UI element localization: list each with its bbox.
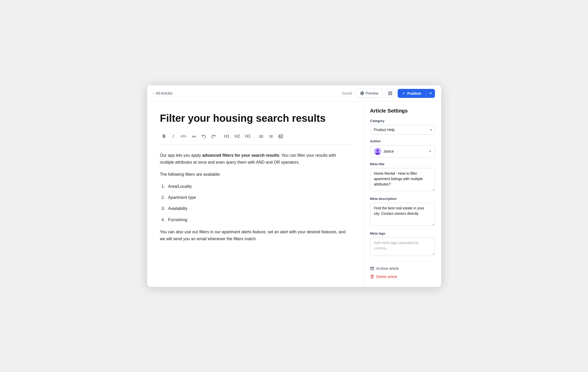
svg-rect-26 bbox=[370, 267, 374, 268]
expand-icon bbox=[388, 91, 392, 95]
category-select[interactable]: Product Help Getting Started FAQ Trouble… bbox=[370, 125, 435, 135]
meta-tags-input[interactable] bbox=[370, 237, 435, 255]
author-select[interactable]: Janice ▾ bbox=[370, 145, 435, 157]
sidebar-title: Article Settings bbox=[370, 108, 435, 114]
undo-button[interactable] bbox=[199, 133, 208, 140]
archive-icon bbox=[370, 266, 374, 271]
link-button[interactable] bbox=[190, 133, 198, 140]
svg-rect-8 bbox=[391, 94, 392, 95]
image-button[interactable] bbox=[276, 133, 285, 140]
top-bar: ‹ All Articles Saved Preview bbox=[147, 85, 441, 102]
article-paragraph-1: Our app lets you apply advanced filters … bbox=[160, 152, 351, 166]
meta-description-label: Meta description bbox=[370, 197, 435, 201]
article-paragraph-2: The following filters are available: bbox=[160, 171, 351, 178]
h2-button[interactable]: H2 bbox=[233, 133, 242, 140]
publish-button[interactable]: ✓ Publish bbox=[398, 89, 426, 98]
bullet-list-icon bbox=[259, 134, 263, 138]
code-button[interactable]: </> bbox=[179, 133, 189, 140]
publish-button-label: Publish bbox=[407, 91, 421, 96]
paragraph-1-start: Our app lets you apply bbox=[160, 153, 202, 157]
sidebar: Article Settings Category Product Help G… bbox=[364, 102, 441, 287]
publish-dropdown-button[interactable] bbox=[426, 89, 435, 98]
list-item: Furnishing bbox=[166, 216, 351, 223]
list-item: Apartment type bbox=[166, 194, 351, 201]
italic-button[interactable]: I bbox=[169, 133, 177, 140]
bullet-list-button[interactable] bbox=[257, 133, 265, 140]
redo-button[interactable] bbox=[209, 133, 218, 140]
svg-rect-7 bbox=[389, 94, 390, 95]
editor-toolbar: B I </> bbox=[160, 133, 351, 145]
author-name: Janice bbox=[384, 149, 394, 153]
svg-point-24 bbox=[376, 149, 379, 152]
article-paragraph-3: You can also use our filters in our apar… bbox=[160, 228, 351, 242]
author-chevron-icon: ▾ bbox=[429, 149, 431, 153]
meta-tags-label: Meta tags bbox=[370, 231, 435, 235]
article-list: Area/Locality Apartment type Availabilit… bbox=[160, 183, 351, 223]
author-label: Author bbox=[370, 139, 435, 143]
chevron-left-icon: ‹ bbox=[153, 91, 154, 95]
trash-icon bbox=[370, 275, 374, 279]
meta-description-section: Meta description bbox=[370, 197, 435, 227]
category-section: Category Product Help Getting Started FA… bbox=[370, 119, 435, 135]
link-icon bbox=[192, 135, 196, 138]
delete-button[interactable]: Delete article bbox=[370, 273, 435, 281]
meta-tags-section: Meta tags bbox=[370, 231, 435, 256]
list-item: Area/Locality bbox=[166, 183, 351, 190]
meta-title-label: Meta title bbox=[370, 162, 435, 166]
category-label: Category bbox=[370, 119, 435, 123]
image-icon bbox=[278, 134, 283, 138]
top-bar-right: Saved Preview bbox=[342, 89, 435, 98]
list-item: Availability bbox=[166, 205, 351, 212]
archive-button[interactable]: Archive article bbox=[370, 264, 435, 273]
meta-description-input[interactable] bbox=[370, 203, 435, 226]
redo-icon bbox=[211, 134, 216, 138]
toolbar-separator-2 bbox=[254, 134, 255, 139]
svg-point-13 bbox=[259, 136, 260, 136]
svg-rect-5 bbox=[389, 92, 390, 93]
publish-group: ✓ Publish bbox=[398, 89, 435, 98]
svg-point-14 bbox=[259, 137, 260, 137]
author-section: Author Janice ▾ bbox=[370, 139, 435, 157]
svg-rect-6 bbox=[391, 92, 392, 93]
back-link[interactable]: ‹ All Articles bbox=[153, 91, 173, 95]
preview-button[interactable]: Preview bbox=[356, 89, 383, 98]
chevron-down-icon bbox=[429, 92, 432, 95]
action-divider bbox=[370, 261, 435, 261]
check-icon: ✓ bbox=[402, 91, 405, 95]
author-left: Janice bbox=[374, 148, 394, 155]
editor-area: Filter your housing search results B I <… bbox=[147, 102, 364, 287]
undo-icon bbox=[201, 134, 206, 138]
svg-point-12 bbox=[259, 135, 260, 135]
h3-button[interactable]: H3 bbox=[243, 133, 252, 140]
author-avatar-image bbox=[374, 148, 381, 155]
delete-button-label: Delete article bbox=[376, 275, 397, 279]
preview-button-label: Preview bbox=[366, 91, 379, 95]
saved-label: Saved bbox=[342, 91, 352, 95]
globe-icon bbox=[360, 91, 364, 95]
bold-button[interactable]: B bbox=[160, 133, 168, 140]
back-link-label: All Articles bbox=[156, 91, 173, 95]
toolbar-separator bbox=[220, 134, 220, 139]
avatar bbox=[374, 148, 381, 155]
archive-button-label: Archive article bbox=[376, 266, 399, 271]
expand-button[interactable] bbox=[385, 89, 395, 98]
article-body: Our app lets you apply advanced filters … bbox=[160, 152, 351, 243]
main-content: Filter your housing search results B I <… bbox=[147, 102, 441, 287]
h1-button[interactable]: H1 bbox=[222, 133, 231, 140]
ordered-list-icon: 1 2 3 bbox=[269, 134, 273, 138]
article-title[interactable]: Filter your housing search results bbox=[160, 112, 351, 124]
category-select-wrapper: Product Help Getting Started FAQ Trouble… bbox=[370, 125, 435, 135]
meta-title-input[interactable] bbox=[370, 168, 435, 191]
ordered-list-button[interactable]: 1 2 3 bbox=[266, 133, 275, 140]
meta-title-section: Meta title bbox=[370, 162, 435, 192]
paragraph-1-bold: advanced filters for your search results bbox=[202, 153, 279, 157]
svg-text:3: 3 bbox=[269, 136, 270, 138]
